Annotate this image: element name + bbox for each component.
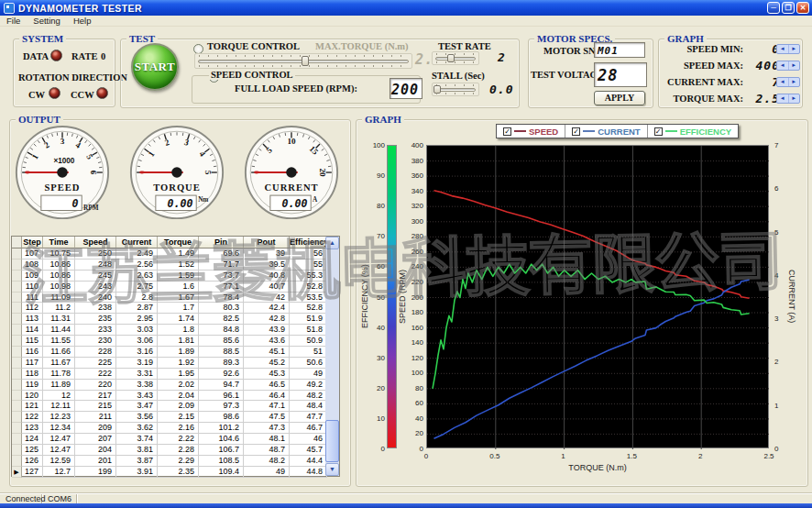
- table-header-time[interactable]: Time: [43, 237, 75, 248]
- table-row[interactable]: 12312.342093.622.16101.247.346.7: [12, 423, 339, 434]
- full-load-speed-field[interactable]: 200: [390, 78, 422, 99]
- close-button[interactable]: ✕: [796, 2, 809, 14]
- minimize-button[interactable]: ─: [767, 2, 780, 14]
- apply-button[interactable]: APPLY: [594, 91, 645, 105]
- stall-slider[interactable]: [432, 83, 479, 96]
- table-row-selector[interactable]: [12, 391, 22, 402]
- title-bar: DYNAMOMETER TESTER ─ ❐ ✕: [0, 0, 812, 16]
- table-header-torque[interactable]: Torque: [158, 237, 199, 248]
- table-row-selector[interactable]: [12, 412, 22, 423]
- table-row-selector[interactable]: [12, 380, 22, 391]
- legend-checkbox-speed[interactable]: ✓: [503, 127, 511, 136]
- stall-label: STALL (Sec): [432, 71, 485, 81]
- motor-sn-label: MOTOR SN:: [543, 46, 598, 56]
- table-cell: 2.04: [158, 391, 199, 402]
- table-row-selector[interactable]: [12, 336, 22, 347]
- spinner-right-arrow[interactable]: ►: [789, 78, 800, 86]
- table-row[interactable]: 11711.672253.191.9289.345.250.6: [12, 358, 339, 369]
- max-torque-slider[interactable]: [194, 53, 412, 69]
- table-row[interactable]: 10810.862482.561.5271.739.555: [12, 260, 339, 271]
- table-row-selector[interactable]: [12, 282, 22, 293]
- test-rate-slider[interactable]: [432, 51, 479, 65]
- scrollbar-down-arrow[interactable]: ▼: [325, 463, 339, 476]
- table-row[interactable]: 12112.112153.472.0997.347.148.4: [12, 401, 339, 412]
- table-row[interactable]: 12512.472043.812.28106.748.745.7: [12, 445, 339, 456]
- menu-item-file[interactable]: File: [0, 16, 27, 27]
- table-row[interactable]: 11411.442333.031.884.843.951.8: [12, 325, 339, 336]
- table-cell: 3.31: [116, 369, 158, 380]
- table-row-selector[interactable]: [12, 358, 22, 369]
- table-cell: 44.4: [290, 456, 327, 467]
- table-row[interactable]: 11010.982432.751.677.140.752.8: [12, 282, 339, 293]
- graph-setting-spinner-3[interactable]: ◄►: [776, 94, 800, 104]
- table-row[interactable]: 12212.232113.562.1598.647.547.7: [12, 412, 339, 423]
- table-cell: 3.19: [116, 358, 158, 369]
- table-header-current[interactable]: Current: [116, 237, 158, 248]
- menu-item-setting[interactable]: Setting: [27, 16, 67, 27]
- graph-setting-spinner-2[interactable]: ◄►: [776, 77, 800, 87]
- legend-checkbox-current[interactable]: ✓: [572, 127, 580, 136]
- table-row[interactable]: 11111.092402.81.6778.44253.5: [12, 293, 339, 304]
- spinner-left-arrow[interactable]: ◄: [777, 45, 789, 53]
- efficiency-axis-tick: 10: [370, 414, 385, 423]
- table-row-selector[interactable]: [12, 434, 22, 445]
- table-row-selector[interactable]: [12, 369, 22, 380]
- table-header-pin[interactable]: Pin: [199, 237, 244, 248]
- scrollbar-up-arrow[interactable]: ▲: [325, 237, 339, 249]
- table-row-selector[interactable]: [12, 260, 22, 271]
- spinner-left-arrow[interactable]: ◄: [777, 61, 789, 70]
- table-header-speed[interactable]: Speed: [75, 237, 116, 248]
- table-row-selector[interactable]: [12, 456, 22, 467]
- table-row-selector[interactable]: ▶: [12, 467, 22, 478]
- table-cell: 1.8: [158, 325, 199, 336]
- table-row-selector[interactable]: [12, 248, 22, 260]
- table-row[interactable]: 10710.752502.491.4969.63956: [12, 248, 339, 260]
- restore-button[interactable]: ❐: [782, 2, 795, 14]
- spinner-right-arrow[interactable]: ►: [789, 94, 800, 103]
- table-cell: 49.2: [290, 380, 327, 391]
- spinner-left-arrow[interactable]: ◄: [777, 78, 789, 86]
- table-row[interactable]: ▶12712.71993.912.35109.44944.8: [12, 467, 339, 478]
- test-voltage-field[interactable]: 28: [594, 62, 647, 87]
- table-cell: 3.62: [116, 423, 158, 434]
- table-cell: 1.7: [158, 303, 199, 314]
- table-row[interactable]: 11811.782223.311.9592.645.349: [12, 369, 339, 380]
- torque-axis-tick: 2: [689, 452, 711, 460]
- spinner-left-arrow[interactable]: ◄: [777, 94, 789, 103]
- data-led: [50, 50, 62, 61]
- table-row-selector[interactable]: [12, 271, 22, 282]
- table-row-selector[interactable]: [12, 423, 22, 434]
- graph-setting-spinner-1[interactable]: ◄►: [776, 61, 800, 71]
- table-row-selector[interactable]: [12, 314, 22, 325]
- table-row[interactable]: 12612.592013.872.29108.548.244.4: [12, 456, 339, 467]
- table-scrollbar[interactable]: ▲▼: [325, 237, 339, 476]
- graph-setting-spinner-0[interactable]: ◄►: [776, 44, 800, 54]
- table-row[interactable]: 11911.892203.382.0294.746.549.2: [12, 380, 339, 391]
- spinner-right-arrow[interactable]: ►: [789, 61, 800, 70]
- table-row[interactable]: 10910.862452.631.5973.740.855.3: [12, 271, 339, 282]
- table-row[interactable]: 11211.22382.871.780.342.452.8: [12, 303, 339, 314]
- table-header-pout[interactable]: Pout: [244, 237, 290, 248]
- table-row-selector[interactable]: [12, 293, 22, 304]
- table-row[interactable]: 120122173.432.0496.146.448.2: [12, 391, 339, 402]
- table-header-efficiency[interactable]: Efficiency: [290, 237, 327, 248]
- table-row[interactable]: 11611.662283.161.8988.545.151: [12, 347, 339, 358]
- table-row[interactable]: 11311.312352.951.7482.542.851.9: [12, 314, 339, 325]
- table-row-selector[interactable]: [12, 325, 22, 336]
- table-row-selector[interactable]: [12, 347, 22, 358]
- table-row[interactable]: 12412.472073.742.22104.648.146: [12, 434, 339, 445]
- ccw-led: [96, 87, 108, 99]
- motor-sn-field[interactable]: M01: [594, 42, 645, 58]
- table-header-step[interactable]: Step: [22, 237, 43, 248]
- table-row-selector[interactable]: [12, 303, 22, 314]
- table-row-selector[interactable]: [12, 401, 22, 412]
- scrollbar-thumb[interactable]: [325, 420, 339, 462]
- spinner-right-arrow[interactable]: ►: [789, 45, 800, 53]
- menu-item-help[interactable]: Help: [67, 16, 98, 27]
- table-row-selector[interactable]: [12, 445, 22, 456]
- start-button[interactable]: START: [131, 43, 179, 91]
- legend-checkbox-efficiency[interactable]: ✓: [654, 127, 663, 136]
- table-cell: 39.5: [244, 260, 290, 271]
- table-cell: 12.7: [43, 467, 75, 478]
- table-row[interactable]: 11511.552303.061.8185.643.650.9: [12, 336, 339, 347]
